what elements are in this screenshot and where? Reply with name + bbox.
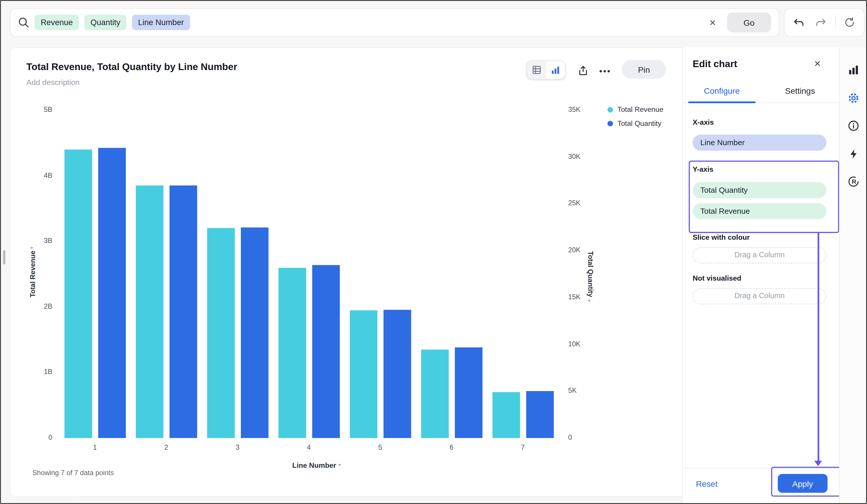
bar-total-quantity[interactable] <box>169 185 197 438</box>
legend-label: Total Quantity <box>617 119 661 127</box>
search-tokens: RevenueQuantityLine Number <box>34 14 190 30</box>
view-toggle <box>527 61 565 79</box>
right-icon-rail: R <box>839 47 867 504</box>
x-tick-label: 6 <box>439 443 464 451</box>
x-tick-label: 2 <box>154 443 178 451</box>
left-axis-caret-icon: ▸ <box>31 245 33 250</box>
search-bar[interactable]: RevenueQuantityLine Number × Go <box>10 8 779 37</box>
annotation-arrow-head <box>814 461 822 466</box>
not-visualised-section-label: Not visualised <box>693 274 741 282</box>
column-pill[interactable]: Total Quantity <box>693 182 826 198</box>
go-button[interactable]: Go <box>727 13 771 32</box>
x-tick-label: 5 <box>368 443 392 451</box>
rail-info-icon[interactable] <box>844 116 864 136</box>
x-axis-section-label: X-axis <box>693 118 714 126</box>
right-axis-title[interactable]: Total Quantity <box>584 110 597 438</box>
bar-total-revenue[interactable] <box>492 392 520 438</box>
chart-card: Total Revenue, Total Quantity by Line Nu… <box>10 47 682 497</box>
panel-tabs: Configure Settings <box>683 83 839 103</box>
app-window: RevenueQuantityLine Number × Go Total Re… <box>0 0 867 504</box>
chart-legend: Total RevenueTotal Quantity <box>608 102 663 130</box>
refresh-button[interactable] <box>842 14 858 31</box>
right-axis-caret-icon: ◂ <box>588 298 590 303</box>
column-pill[interactable]: Total Revenue <box>693 203 826 219</box>
tab-configure[interactable]: Configure <box>683 83 761 102</box>
bar-total-revenue[interactable] <box>207 228 235 438</box>
chart-title: Total Revenue, Total Quantity by Line Nu… <box>26 61 237 73</box>
y-axis-pills: Total QuantityTotal Revenue <box>693 182 826 219</box>
search-token[interactable]: Quantity <box>85 14 127 30</box>
ellipsis-icon: ••• <box>599 66 611 75</box>
x-tick-label: 4 <box>297 443 321 451</box>
bar-total-revenue[interactable] <box>64 150 92 438</box>
close-icon[interactable]: × <box>814 57 821 70</box>
legend-dot-icon <box>608 121 613 126</box>
panel-resize-handle[interactable] <box>3 250 6 265</box>
rail-settings-gear-icon[interactable] <box>844 88 864 108</box>
legend-item[interactable]: Total Revenue <box>608 102 663 116</box>
clear-search-button[interactable]: × <box>704 16 721 29</box>
x-axis-title[interactable]: Line Number▾ <box>256 461 377 470</box>
pin-button[interactable]: Pin <box>622 60 666 79</box>
apply-button[interactable]: Apply <box>778 474 827 493</box>
slice-drop-zone[interactable]: Drag a Column <box>693 247 826 263</box>
history-controls <box>784 8 865 37</box>
x-axis-caret-icon: ▾ <box>339 462 341 468</box>
bar-total-quantity[interactable] <box>240 228 268 438</box>
bar-total-revenue[interactable] <box>350 310 377 438</box>
legend-label: Total Revenue <box>617 106 663 113</box>
data-points-footer: Showing 7 of 7 data points <box>32 469 114 476</box>
x-tick-label: 7 <box>511 443 535 451</box>
more-options-button[interactable]: ••• <box>595 61 615 80</box>
legend-item[interactable]: Total Quantity <box>608 117 663 130</box>
share-icon[interactable] <box>573 61 593 80</box>
left-axis-title[interactable]: Total Revenue <box>27 110 39 438</box>
search-token[interactable]: Line Number <box>132 14 190 30</box>
bar-total-revenue[interactable] <box>421 350 449 438</box>
chart-view-icon[interactable] <box>546 61 565 79</box>
bar-total-revenue[interactable] <box>278 267 306 438</box>
legend-dot-icon <box>608 107 613 112</box>
bar-total-quantity[interactable] <box>454 347 482 438</box>
tab-settings[interactable]: Settings <box>761 83 839 102</box>
search-icon <box>18 17 29 28</box>
bar-total-revenue[interactable] <box>136 186 163 438</box>
divider <box>835 15 836 30</box>
not-visualised-drop-zone[interactable]: Drag a Column <box>693 288 826 304</box>
x-tick-label: 1 <box>83 443 107 451</box>
x-axis-pills: Line Number <box>693 135 826 151</box>
bar-total-quantity[interactable] <box>526 391 554 438</box>
rail-r-analysis-icon[interactable]: R <box>844 172 864 191</box>
annotation-arrow-line <box>817 233 819 461</box>
rail-lightning-icon[interactable] <box>844 144 864 164</box>
table-view-icon[interactable] <box>527 61 546 79</box>
column-pill[interactable]: Line Number <box>693 135 826 151</box>
svg-text:R: R <box>852 178 856 185</box>
plot-area: 1234567 <box>57 110 565 438</box>
panel-title: Edit chart <box>693 58 737 70</box>
edit-chart-panel: Edit chart × Configure Settings X-axis L… <box>682 47 839 504</box>
bar-total-quantity[interactable] <box>383 310 411 438</box>
add-description[interactable]: Add description <box>26 78 80 86</box>
undo-button[interactable] <box>790 14 807 31</box>
y-axis-section-label: Y-axis <box>693 165 713 173</box>
panel-footer: Reset Apply <box>683 468 839 504</box>
search-token[interactable]: Revenue <box>34 14 79 30</box>
rail-chart-icon[interactable] <box>844 60 864 80</box>
reset-button[interactable]: Reset <box>696 479 718 488</box>
redo-button[interactable] <box>813 14 829 31</box>
bar-total-quantity[interactable] <box>312 265 340 438</box>
x-tick-label: 3 <box>225 443 250 451</box>
bar-total-quantity[interactable] <box>98 148 126 438</box>
slice-section-label: Slice with colour <box>693 233 749 241</box>
